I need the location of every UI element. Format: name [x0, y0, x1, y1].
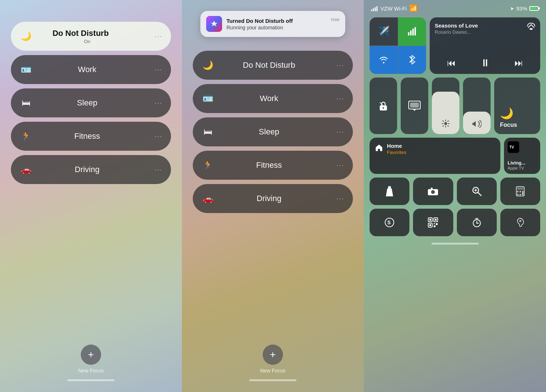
screen-mirror-button[interactable] — [401, 78, 428, 134]
svg-rect-48 — [434, 225, 435, 227]
shazam-icon: S — [384, 217, 395, 228]
dnd-label: Do Not Disturb — [53, 29, 109, 38]
new-focus-button-2[interactable]: + — [263, 345, 283, 365]
fitness-dots[interactable]: ··· — [155, 133, 162, 140]
svg-rect-41 — [429, 219, 431, 221]
notification-banner[interactable]: Turned Do Not Disturb off Running your a… — [200, 11, 345, 37]
svg-point-9 — [444, 122, 447, 125]
connectivity-grid: ✈️ — [370, 17, 426, 74]
focus-item-work[interactable]: 🪪 Work ··· — [11, 55, 171, 84]
svg-rect-1 — [410, 30, 412, 36]
home-text: Home Favorites — [387, 143, 406, 155]
svg-rect-47 — [436, 223, 438, 225]
focus-label: Focus — [500, 122, 517, 128]
signal-bar-2 — [373, 8, 374, 11]
appletv-info: Living... Apple TV — [508, 160, 525, 170]
home-subtitle: Favorites — [387, 150, 406, 155]
work-dots-2[interactable]: ··· — [337, 95, 344, 103]
magnifier-button[interactable] — [457, 178, 497, 205]
panel-2-content: 🌙 Do Not Disturb ··· 🪪 Work ··· 🛏 Sleep … — [182, 0, 364, 392]
svg-rect-3 — [414, 27, 416, 36]
battery-fill — [530, 7, 537, 10]
shazam-button[interactable]: S — [370, 209, 409, 236]
work-dots[interactable]: ··· — [155, 66, 162, 74]
focus-item-work-2[interactable]: 🪪 Work ··· — [193, 84, 353, 113]
next-button[interactable]: ⏭ — [514, 58, 523, 68]
cellular-button[interactable] — [398, 17, 426, 46]
svg-point-54 — [476, 223, 477, 224]
airplay-icon[interactable] — [527, 22, 535, 32]
svg-line-17 — [448, 121, 449, 121]
camera-icon — [428, 187, 438, 196]
svg-rect-31 — [517, 187, 524, 190]
panel-1-content: 🌙 Do Not Disturb On ··· 🪪 Work ··· 🛏 Sle… — [0, 0, 182, 392]
focus-item-driving-2[interactable]: 🚗 Driving ··· — [193, 184, 353, 213]
cc-row-3: Home Favorites TV Living... Apple TV — [370, 138, 540, 174]
focus-item-dnd-2[interactable]: 🌙 Do Not Disturb ··· — [193, 51, 353, 80]
fitness-label-2: Fitness — [201, 160, 337, 170]
play-pause-button[interactable]: ⏸ — [480, 57, 490, 69]
focus-item-fitness[interactable]: 🏃 Fitness ··· — [11, 122, 171, 151]
brightness-slider[interactable] — [432, 78, 459, 134]
volume-icon — [472, 120, 482, 130]
focus-item-sleep-2[interactable]: 🛏 Sleep ··· — [193, 117, 353, 146]
volume-slider[interactable] — [463, 78, 491, 134]
notification-text: Turned Do Not Disturb off Running your a… — [226, 18, 326, 30]
music-header: Seasons of Love Rosario Dawso... — [435, 22, 535, 35]
focus-item-sleep[interactable]: 🛏 Sleep ··· — [11, 88, 171, 117]
svg-rect-34 — [522, 191, 524, 192]
appletv-tile[interactable]: TV Living... Apple TV — [504, 138, 540, 174]
flashlight-icon — [385, 186, 394, 196]
svg-rect-36 — [520, 194, 521, 195]
driving-dots[interactable]: ··· — [155, 166, 162, 174]
shortcuts-icon — [206, 16, 222, 32]
plus-icon-2: + — [270, 350, 276, 360]
focus-tile[interactable]: 🌙 Focus — [494, 78, 540, 134]
screen-lock-button[interactable] — [370, 78, 397, 134]
calculator-button[interactable] — [500, 178, 540, 205]
fitness-dots-2[interactable]: ··· — [337, 162, 344, 169]
focus-item-dnd[interactable]: 🌙 Do Not Disturb On ··· — [11, 22, 171, 51]
camera-button[interactable] — [413, 178, 453, 205]
focus-item-fitness-2[interactable]: 🏃 Fitness ··· — [193, 151, 353, 180]
appletv-sub: Apple TV — [508, 166, 525, 170]
driving-label-2: Driving — [201, 194, 337, 203]
dnd-dots-2[interactable]: ··· — [337, 62, 344, 69]
sleep-dots-2[interactable]: ··· — [337, 128, 344, 136]
dnd-dots[interactable]: ··· — [155, 33, 162, 40]
svg-line-27 — [478, 192, 481, 196]
svg-line-16 — [443, 126, 443, 126]
driving-dots-2[interactable]: ··· — [337, 195, 344, 203]
timer-button[interactable] — [457, 209, 497, 236]
notification-time: now — [331, 17, 339, 22]
svg-rect-4 — [530, 28, 533, 30]
signal-bar-1 — [371, 9, 372, 11]
svg-line-14 — [443, 121, 443, 121]
focus-item-driving[interactable]: 🚗 Driving ··· — [11, 155, 171, 184]
flashlight-button[interactable] — [370, 178, 409, 205]
panel-3-content: VZW Wi-Fi 📶 ➤ 93% ✈️ — [364, 0, 546, 392]
sleep-dots[interactable]: ··· — [155, 99, 162, 107]
prev-button[interactable]: ⏮ — [447, 58, 456, 68]
music-tile[interactable]: Seasons of Love Rosario Dawso... — [430, 17, 540, 74]
appletv-logo: TV — [508, 141, 519, 153]
svg-text:S: S — [387, 220, 391, 225]
svg-rect-19 — [388, 186, 391, 188]
airplane-mode-button[interactable]: ✈️ — [370, 17, 398, 46]
home-tile[interactable]: Home Favorites — [370, 138, 500, 174]
wifi-status-icon: 📶 — [409, 4, 417, 12]
music-title: Seasons of Love — [435, 22, 478, 29]
hearing-button[interactable] — [500, 209, 540, 236]
home-indicator-3 — [432, 243, 479, 245]
airplane-icon: ✈️ — [378, 26, 389, 37]
cc-row-4 — [370, 178, 540, 205]
bluetooth-button[interactable] — [398, 46, 426, 74]
new-focus-button-1[interactable]: + — [81, 345, 101, 365]
home-title: Home — [387, 143, 406, 149]
wifi-button[interactable] — [370, 46, 398, 74]
signal-bar-3 — [375, 7, 376, 11]
home-indicator-2 — [249, 379, 296, 381]
status-bar: VZW Wi-Fi 📶 ➤ 93% — [364, 0, 546, 14]
brightness-icon — [441, 119, 450, 130]
qr-scanner-button[interactable] — [413, 209, 453, 236]
